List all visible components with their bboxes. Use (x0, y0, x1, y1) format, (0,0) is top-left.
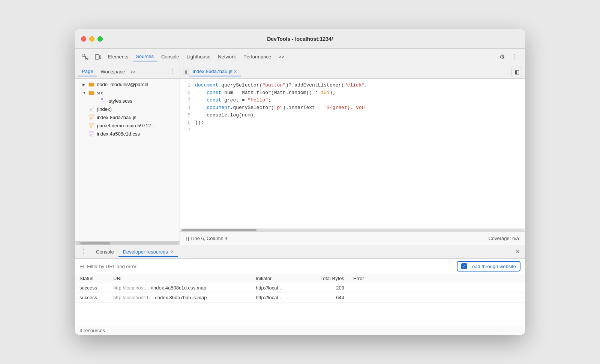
file-tree-item[interactable]: ▼ src (75, 88, 180, 97)
scrollbar-thumb[interactable] (182, 229, 256, 231)
table-header-row: Status URL Initiator Total Bytes Error (75, 274, 525, 283)
line-number: 6 (180, 119, 195, 127)
devtools-toolbar: Elements Sources Console Lighthouse Netw… (75, 49, 525, 65)
url-path: /index.86da7ba5.js.map (155, 295, 207, 300)
left-panel: Page Workspace >> ⋮ ▶ node_modules/@parc… (75, 65, 180, 245)
devtools-window: DevTools - localhost:1234/ Elements Sour… (75, 29, 525, 335)
tab-workspace[interactable]: Workspace (97, 67, 129, 76)
filter-input[interactable] (87, 264, 454, 269)
url-base: http://localhost… (113, 285, 151, 291)
line-content: document.querySelector("p").innerText = … (195, 104, 525, 112)
file-tree: ▶ node_modules/@parcel ▼ (75, 79, 180, 241)
load-through-website-toggle[interactable]: ✓ Load through website (457, 261, 520, 272)
svg-rect-2 (99, 56, 101, 58)
line-content: console.log(num); (195, 112, 525, 119)
file-tree-item[interactable]: ▶ index.4a508c1d.css (75, 130, 180, 138)
load-through-website-checkbox[interactable]: ✓ (461, 263, 467, 269)
file-tree-item[interactable]: ▶ parcel-demo-main.59712… (75, 121, 180, 130)
bottom-menu-button[interactable]: ⋮ (78, 248, 88, 256)
file-name: index.86da7ba5.js (97, 115, 136, 120)
traffic-lights (81, 36, 103, 42)
code-statusbar: {} Line 6, Column 4 Coverage: n/a (180, 231, 525, 245)
url-base: http://localhost:1… (113, 295, 155, 300)
line-number: 4 (180, 104, 195, 112)
code-line: 7 (180, 127, 525, 134)
cell-bytes: 209 (304, 283, 349, 293)
tab-elements[interactable]: Elements (105, 52, 131, 61)
more-tabs-button[interactable]: >> (276, 52, 287, 61)
tab-performance[interactable]: Performance (240, 52, 274, 61)
file-tree-item[interactable]: ▶ (index) (75, 105, 180, 113)
inspect-element-button[interactable] (80, 51, 91, 63)
file-name: src (97, 90, 103, 95)
col-header-url[interactable]: URL (109, 274, 251, 283)
minimize-button[interactable] (89, 36, 94, 42)
close-bottom-panel-button[interactable]: × (513, 247, 522, 257)
cell-url: http://localhost:1… /index.86da7ba5.js.m… (109, 293, 251, 303)
code-tab-active[interactable]: index.86da7ba5.js × (189, 67, 241, 76)
cell-error (349, 293, 525, 303)
scrollbar-track (182, 229, 524, 231)
code-line: 2 const num = Math.floor(Math.random() *… (180, 89, 525, 97)
cursor-position: {} Line 6, Column 4 (186, 236, 228, 241)
coverage-status: Coverage: n/a (488, 236, 519, 241)
left-panel-scrollbar[interactable] (75, 241, 180, 245)
file-name: index.4a508c1d.css (97, 131, 140, 137)
code-line: 6 }); (180, 119, 525, 127)
tab-developer-resources[interactable]: Developer resources × (118, 247, 178, 257)
collapse-panel-button[interactable]: ◧ (512, 67, 522, 77)
code-editor[interactable]: 1 document.querySelector("button")?.addE… (180, 79, 525, 228)
code-tabs: {} index.86da7ba5.js × ◧ (180, 65, 525, 79)
code-horizontal-scrollbar[interactable] (180, 228, 525, 231)
file-tree-item[interactable]: ▶ styles.scss (75, 97, 180, 105)
title-bar: DevTools - localhost:1234/ (75, 29, 525, 49)
close-button[interactable] (81, 36, 86, 42)
folder-icon (88, 81, 94, 87)
svg-rect-11 (89, 131, 94, 133)
col-header-status[interactable]: Status (75, 274, 109, 283)
filter-icon: ⊟ (80, 263, 84, 269)
panel-menu-button[interactable]: ⋮ (168, 67, 177, 76)
folder-arrow-icon: ▶ (82, 82, 87, 87)
col-header-error[interactable]: Error (349, 274, 525, 283)
tab-lighthouse[interactable]: Lighthouse (184, 52, 214, 61)
code-line: 3 const greet = "Hello"; (180, 97, 525, 104)
line-number: 3 (180, 97, 195, 104)
line-content: }); (195, 119, 525, 127)
scrollbar-track (76, 242, 178, 245)
svg-rect-9 (89, 123, 94, 125)
cell-initiator: http://local… (251, 283, 304, 293)
tab-close-button[interactable]: × (171, 249, 174, 255)
tab-page[interactable]: Page (78, 67, 97, 76)
device-toolbar-button[interactable] (92, 51, 104, 63)
code-tab-close-button[interactable]: × (234, 69, 237, 74)
tab-network[interactable]: Network (215, 52, 239, 61)
file-tree-item[interactable]: ▶ index.86da7ba5.js (75, 113, 180, 121)
scrollbar-thumb[interactable] (80, 242, 110, 245)
col-header-initiator[interactable]: Initiator (251, 274, 304, 283)
cell-status: success (75, 293, 109, 303)
file-name: parcel-demo-main.59712… (97, 123, 156, 128)
col-header-bytes[interactable]: Total Bytes (304, 274, 349, 283)
tab-console[interactable]: Console (92, 248, 118, 256)
svg-rect-5 (89, 106, 94, 112)
folder-icon (88, 90, 94, 95)
code-line: 1 document.querySelector("button")?.addE… (180, 82, 525, 89)
folder-arrow-icon: ▼ (82, 91, 87, 95)
tab-sources[interactable]: Sources (133, 52, 157, 61)
resources-table: Status URL Initiator Total Bytes Error s… (75, 274, 525, 326)
svg-rect-4 (101, 98, 103, 100)
table-row[interactable]: success http://localhost:1… /index.86da7… (75, 293, 525, 303)
file-js-icon (88, 122, 94, 128)
maximize-button[interactable] (98, 36, 103, 42)
tab-label: Developer resources (123, 249, 168, 255)
window-title: DevTools - localhost:1234/ (267, 36, 333, 42)
settings-button[interactable]: ⚙ (496, 51, 508, 63)
main-layout: Page Workspace >> ⋮ ▶ node_modules/@parc… (75, 65, 525, 245)
file-tree-item[interactable]: ▶ node_modules/@parcel (75, 80, 180, 88)
tab-console[interactable]: Console (158, 52, 182, 61)
code-line: 4 document.querySelector("p").innerText … (180, 104, 525, 112)
table-row[interactable]: success http://localhost… /index.4a508c1… (75, 283, 525, 293)
more-panel-tabs[interactable]: >> (129, 69, 137, 75)
more-options-button[interactable]: ⋮ (509, 51, 520, 63)
